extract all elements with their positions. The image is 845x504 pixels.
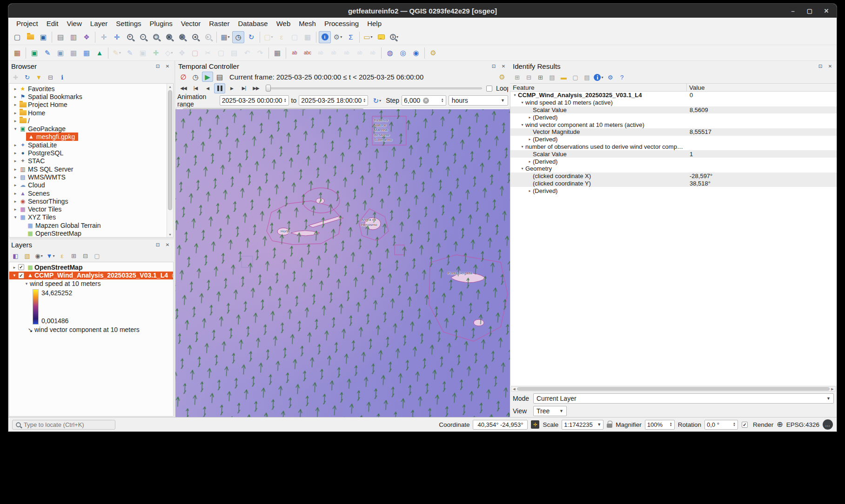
- scroll-up-icon[interactable]: ▲: [168, 84, 172, 89]
- map-tips-button[interactable]: [375, 31, 387, 43]
- identify-hscrollbar[interactable]: ◀ ▶: [511, 386, 836, 391]
- browser-item[interactable]: ▸▥MS SQL Server: [9, 165, 167, 173]
- style-manager-button[interactable]: ❖: [80, 31, 93, 43]
- float-panel-icon[interactable]: ⊡: [154, 241, 161, 248]
- identify-row[interactable]: Vector Magnitude8,55517: [510, 128, 837, 136]
- skip-to-start-button[interactable]: ◀◀: [178, 83, 189, 93]
- next-frame-button[interactable]: ▶|: [238, 83, 249, 93]
- globe-crs-icon[interactable]: ⊕: [777, 421, 783, 428]
- expand-arrow-icon[interactable]: ▾: [519, 145, 525, 149]
- show-layout-manager-button[interactable]: ▥: [67, 31, 80, 43]
- browser-item[interactable]: ▸✦STAC: [9, 157, 167, 165]
- redo-button[interactable]: ↷: [254, 47, 266, 59]
- spinner-icon[interactable]: ▲▼: [282, 98, 287, 103]
- expand-arrow-icon[interactable]: ▾: [12, 215, 19, 219]
- spinner-icon[interactable]: ▲▼: [668, 422, 672, 427]
- expand-arrow-icon[interactable]: ▾: [12, 126, 19, 131]
- pin-labels-button[interactable]: ab: [315, 47, 327, 59]
- toggle-editing-button[interactable]: ✎: [124, 47, 136, 59]
- scroll-left-icon[interactable]: ◀: [511, 387, 517, 391]
- browser-item[interactable]: ▸●PostgreSQL: [9, 149, 167, 157]
- temporal-navigation-fixed-range-button[interactable]: ◷: [190, 72, 201, 82]
- browser-scrollbar[interactable]: ▲ ▼: [167, 84, 173, 237]
- expand-arrow-icon[interactable]: ▸: [527, 159, 533, 164]
- pan-map-to-selection-button[interactable]: ✛: [111, 31, 123, 43]
- menu-database[interactable]: Database: [234, 19, 272, 28]
- scrollbar-thumb[interactable]: [517, 387, 830, 391]
- open-attribute-table-button[interactable]: ▦: [302, 31, 314, 43]
- menu-vector[interactable]: Vector: [177, 19, 205, 28]
- render-checkbox[interactable]: ✓: [742, 422, 748, 428]
- previous-frame-button[interactable]: |◀: [190, 83, 201, 93]
- browser-item[interactable]: ▸◉SensorThings: [9, 197, 167, 205]
- browser-item[interactable]: ▸▲Scenes: [9, 189, 167, 197]
- float-panel-icon[interactable]: ⊡: [817, 62, 824, 70]
- identify-row[interactable]: ▸(Derived): [510, 113, 837, 121]
- expand-arrow-icon[interactable]: ▸: [12, 183, 19, 187]
- temporal-settings-button[interactable]: ⚙: [496, 72, 508, 82]
- browser-item[interactable]: ▲meshgfi.gpkg: [9, 133, 167, 141]
- expand-arrow-icon[interactable]: ▾: [512, 93, 518, 97]
- manage-map-themes-button[interactable]: ◉▾: [34, 251, 44, 261]
- filter-by-expression-button[interactable]: ε: [57, 251, 67, 261]
- clear-results-button[interactable]: ▬: [558, 72, 569, 82]
- browser-item[interactable]: ▸Project Home: [9, 101, 167, 109]
- zoom-full-extent-button[interactable]: ◻: [150, 31, 162, 43]
- minimize-button[interactable]: –: [788, 6, 798, 15]
- menu-edit[interactable]: Edit: [42, 19, 63, 28]
- paste-features-button[interactable]: ▤: [228, 47, 240, 59]
- menu-settings[interactable]: Settings: [112, 19, 145, 28]
- float-panel-icon[interactable]: ⊡: [154, 62, 161, 70]
- move-feature-button[interactable]: ✥: [176, 47, 188, 59]
- expand-arrow-icon[interactable]: ▸: [11, 265, 18, 270]
- identify-row[interactable]: ▾wind vector component at 10 meters (act…: [510, 121, 837, 128]
- expand-arrow-icon[interactable]: ▸: [12, 111, 19, 115]
- menu-view[interactable]: View: [63, 19, 86, 28]
- identify-settings-button[interactable]: ⚙: [605, 72, 616, 82]
- delete-selected-button[interactable]: ▢: [189, 47, 201, 59]
- set-range-from-project-button[interactable]: ↻▾: [371, 94, 383, 106]
- temporal-navigation-animated-button[interactable]: ▶: [202, 72, 213, 82]
- expand-arrow-icon[interactable]: ▸: [12, 119, 19, 123]
- new-geopackage-layer-button[interactable]: ▣: [28, 47, 40, 59]
- vertex-tool-button[interactable]: ◇▾: [163, 47, 175, 59]
- zoom-out-button[interactable]: −: [137, 31, 149, 43]
- menu-plugins[interactable]: Plugins: [146, 19, 177, 28]
- scale-combo[interactable]: 1:1742235▼: [562, 420, 604, 430]
- refresh-map-button[interactable]: ↻: [245, 31, 257, 43]
- expand-arrow-icon[interactable]: ▾: [23, 281, 30, 286]
- layer-labeling-button[interactable]: ab: [288, 47, 301, 59]
- new-virtual-layer-button[interactable]: ▦: [80, 47, 93, 59]
- browser-item[interactable]: ▦Mapzen Global Terrain: [9, 221, 167, 229]
- browser-item[interactable]: ▸▤WMS/WMTS: [9, 173, 167, 181]
- project-save-button[interactable]: ▣: [37, 31, 49, 43]
- expand-arrow-icon[interactable]: ▸: [12, 151, 19, 155]
- processing-toolbox-button[interactable]: ⚙: [427, 47, 439, 59]
- new-map-view-button[interactable]: ▦▾: [219, 31, 231, 43]
- new-spatialite-layer-button[interactable]: ▣: [54, 47, 67, 59]
- value-column-header[interactable]: Value: [687, 84, 837, 91]
- layer-row-ccmp[interactable]: ▾ ✓ ▲ CCMP_Wind_Analysis_20250325_V03.1_…: [9, 272, 173, 280]
- zoom-in-button[interactable]: +: [124, 31, 136, 43]
- locate-box[interactable]: [12, 420, 115, 430]
- mode-combo[interactable]: Current Layer ▼: [533, 393, 834, 404]
- legend-group-wind-speed[interactable]: ▾ wind speed at 10 meters: [9, 279, 173, 288]
- move-label-button[interactable]: ab: [341, 47, 353, 59]
- copy-features-button[interactable]: ▢: [215, 47, 227, 59]
- browser-item[interactable]: ▸★Favorites: [9, 85, 167, 93]
- identify-row[interactable]: (clicked coordinate X)-28,597°: [510, 172, 837, 180]
- magnifier-spinbox[interactable]: 100%▲▼: [645, 420, 675, 430]
- temporal-controller-panel-button[interactable]: ◷: [232, 31, 244, 43]
- close-panel-icon[interactable]: ✕: [500, 62, 507, 70]
- expand-all-button[interactable]: ⊞: [68, 251, 79, 261]
- spinner-icon[interactable]: ▲▼: [731, 422, 736, 427]
- loop-control[interactable]: Loop: [486, 85, 508, 92]
- browser-properties-button[interactable]: ℹ: [57, 72, 67, 82]
- new-temporary-scratch-layer-button[interactable]: ▦: [67, 47, 80, 59]
- rotation-spinbox[interactable]: 0,0 °▲▼: [704, 420, 738, 430]
- current-edits-button[interactable]: ✎▾: [111, 47, 123, 59]
- layer-visibility-checkbox[interactable]: ✓: [18, 264, 24, 270]
- clear-icon[interactable]: ✕: [423, 98, 429, 104]
- menu-help[interactable]: Help: [363, 19, 386, 28]
- auto-open-form-button[interactable]: ▤: [547, 72, 557, 82]
